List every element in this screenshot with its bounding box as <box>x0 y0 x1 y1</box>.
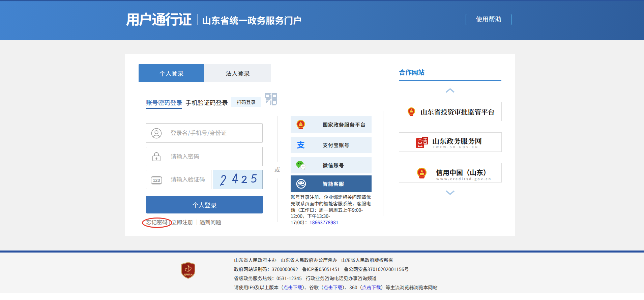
svg-text:党政机关: 党政机关 <box>184 273 193 276</box>
svg-text:支: 支 <box>297 140 305 150</box>
svg-text:123: 123 <box>153 178 160 183</box>
